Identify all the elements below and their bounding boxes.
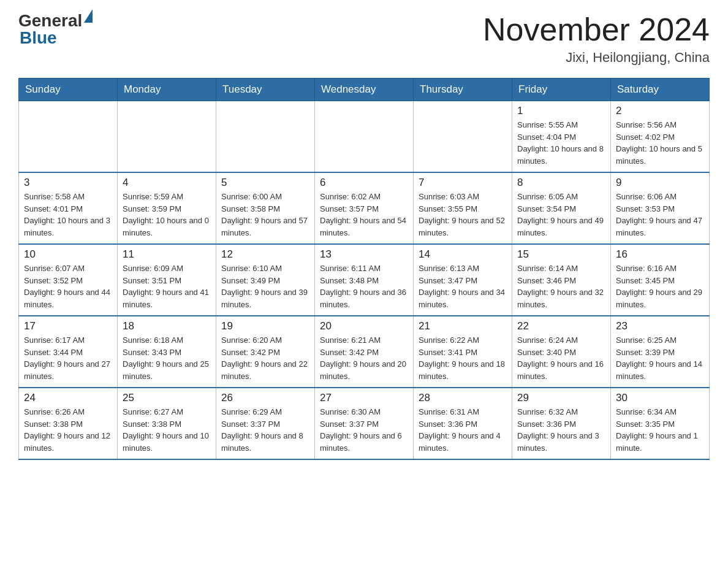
day-number: 28 <box>419 392 507 404</box>
calendar-cell: 23Sunrise: 6:25 AM Sunset: 3:39 PM Dayli… <box>611 316 710 388</box>
calendar-cell: 24Sunrise: 6:26 AM Sunset: 3:38 PM Dayli… <box>19 388 118 459</box>
day-number: 20 <box>320 320 408 332</box>
day-number: 18 <box>123 320 211 332</box>
calendar-cell: 29Sunrise: 6:32 AM Sunset: 3:36 PM Dayli… <box>512 388 611 459</box>
calendar-cell: 7Sunrise: 6:03 AM Sunset: 3:55 PM Daylig… <box>414 172 512 244</box>
day-number: 13 <box>320 248 408 261</box>
calendar-cell: 6Sunrise: 6:02 AM Sunset: 3:57 PM Daylig… <box>315 172 414 244</box>
day-number: 25 <box>123 392 211 404</box>
calendar-cell <box>19 101 118 173</box>
day-info: Sunrise: 6:07 AM Sunset: 3:52 PM Dayligh… <box>24 262 112 310</box>
day-number: 21 <box>419 320 507 332</box>
calendar-cell: 2Sunrise: 5:56 AM Sunset: 4:02 PM Daylig… <box>611 101 710 173</box>
calendar-cell: 17Sunrise: 6:17 AM Sunset: 3:44 PM Dayli… <box>19 316 118 388</box>
day-info: Sunrise: 6:13 AM Sunset: 3:47 PM Dayligh… <box>419 262 507 310</box>
day-number: 9 <box>616 177 704 189</box>
day-header-friday: Friday <box>512 79 611 101</box>
day-info: Sunrise: 5:58 AM Sunset: 4:01 PM Dayligh… <box>24 191 112 239</box>
week-row-3: 10Sunrise: 6:07 AM Sunset: 3:52 PM Dayli… <box>19 244 710 316</box>
calendar-cell: 16Sunrise: 6:16 AM Sunset: 3:45 PM Dayli… <box>611 244 710 316</box>
day-info: Sunrise: 6:21 AM Sunset: 3:42 PM Dayligh… <box>320 334 408 382</box>
day-headers-row: SundayMondayTuesdayWednesdayThursdayFrid… <box>19 79 710 101</box>
day-info: Sunrise: 6:03 AM Sunset: 3:55 PM Dayligh… <box>419 191 507 239</box>
calendar-cell: 25Sunrise: 6:27 AM Sunset: 3:38 PM Dayli… <box>118 388 216 459</box>
calendar-cell: 26Sunrise: 6:29 AM Sunset: 3:37 PM Dayli… <box>216 388 315 459</box>
title-area: November 2024 Jixi, Heilongjiang, China <box>483 12 710 66</box>
month-year-title: November 2024 <box>483 12 710 47</box>
logo: General Blue <box>18 12 93 47</box>
calendar-cell: 5Sunrise: 6:00 AM Sunset: 3:58 PM Daylig… <box>216 172 315 244</box>
calendar-cell: 22Sunrise: 6:24 AM Sunset: 3:40 PM Dayli… <box>512 316 611 388</box>
calendar-cell: 15Sunrise: 6:14 AM Sunset: 3:46 PM Dayli… <box>512 244 611 316</box>
day-number: 30 <box>616 392 704 404</box>
day-number: 26 <box>221 392 309 404</box>
week-row-4: 17Sunrise: 6:17 AM Sunset: 3:44 PM Dayli… <box>19 316 710 388</box>
day-number: 17 <box>24 320 112 332</box>
day-info: Sunrise: 6:05 AM Sunset: 3:54 PM Dayligh… <box>517 191 605 239</box>
calendar-cell <box>216 101 315 173</box>
day-info: Sunrise: 6:11 AM Sunset: 3:48 PM Dayligh… <box>320 262 408 310</box>
day-header-wednesday: Wednesday <box>315 79 414 101</box>
day-info: Sunrise: 6:26 AM Sunset: 3:38 PM Dayligh… <box>24 406 112 454</box>
day-number: 6 <box>320 177 408 189</box>
day-number: 8 <box>517 177 605 189</box>
calendar-cell: 11Sunrise: 6:09 AM Sunset: 3:51 PM Dayli… <box>118 244 216 316</box>
day-info: Sunrise: 6:06 AM Sunset: 3:53 PM Dayligh… <box>616 191 704 239</box>
day-number: 4 <box>123 177 211 189</box>
day-number: 10 <box>24 248 112 261</box>
calendar-cell <box>118 101 216 173</box>
day-info: Sunrise: 6:32 AM Sunset: 3:36 PM Dayligh… <box>517 406 605 454</box>
day-number: 19 <box>221 320 309 332</box>
day-info: Sunrise: 6:00 AM Sunset: 3:58 PM Dayligh… <box>221 191 309 239</box>
calendar-cell: 30Sunrise: 6:34 AM Sunset: 3:35 PM Dayli… <box>611 388 710 459</box>
day-header-thursday: Thursday <box>414 79 512 101</box>
calendar-cell: 13Sunrise: 6:11 AM Sunset: 3:48 PM Dayli… <box>315 244 414 316</box>
logo-general: General <box>18 12 82 29</box>
day-info: Sunrise: 6:09 AM Sunset: 3:51 PM Dayligh… <box>123 262 211 310</box>
day-number: 2 <box>616 105 704 117</box>
day-info: Sunrise: 6:20 AM Sunset: 3:42 PM Dayligh… <box>221 334 309 382</box>
calendar-table: SundayMondayTuesdayWednesdayThursdayFrid… <box>18 78 710 460</box>
calendar-cell: 14Sunrise: 6:13 AM Sunset: 3:47 PM Dayli… <box>414 244 512 316</box>
day-number: 15 <box>517 248 605 261</box>
calendar-cell: 4Sunrise: 5:59 AM Sunset: 3:59 PM Daylig… <box>118 172 216 244</box>
calendar-cell: 8Sunrise: 6:05 AM Sunset: 3:54 PM Daylig… <box>512 172 611 244</box>
day-number: 12 <box>221 248 309 261</box>
day-header-tuesday: Tuesday <box>216 79 315 101</box>
calendar-cell: 3Sunrise: 5:58 AM Sunset: 4:01 PM Daylig… <box>19 172 118 244</box>
calendar-cell: 12Sunrise: 6:10 AM Sunset: 3:49 PM Dayli… <box>216 244 315 316</box>
day-info: Sunrise: 6:29 AM Sunset: 3:37 PM Dayligh… <box>221 406 309 454</box>
calendar-cell: 27Sunrise: 6:30 AM Sunset: 3:37 PM Dayli… <box>315 388 414 459</box>
calendar-cell: 21Sunrise: 6:22 AM Sunset: 3:41 PM Dayli… <box>414 316 512 388</box>
day-info: Sunrise: 5:59 AM Sunset: 3:59 PM Dayligh… <box>123 191 211 239</box>
calendar-cell: 1Sunrise: 5:55 AM Sunset: 4:04 PM Daylig… <box>512 101 611 173</box>
day-info: Sunrise: 6:24 AM Sunset: 3:40 PM Dayligh… <box>517 334 605 382</box>
day-info: Sunrise: 6:18 AM Sunset: 3:43 PM Dayligh… <box>123 334 211 382</box>
day-info: Sunrise: 6:17 AM Sunset: 3:44 PM Dayligh… <box>24 334 112 382</box>
day-header-sunday: Sunday <box>19 79 118 101</box>
week-row-2: 3Sunrise: 5:58 AM Sunset: 4:01 PM Daylig… <box>19 172 710 244</box>
day-header-monday: Monday <box>118 79 216 101</box>
header: General Blue November 2024 Jixi, Heilong… <box>18 12 710 66</box>
day-info: Sunrise: 6:10 AM Sunset: 3:49 PM Dayligh… <box>221 262 309 310</box>
calendar-cell: 28Sunrise: 6:31 AM Sunset: 3:36 PM Dayli… <box>414 388 512 459</box>
day-number: 29 <box>517 392 605 404</box>
day-info: Sunrise: 6:14 AM Sunset: 3:46 PM Dayligh… <box>517 262 605 310</box>
day-number: 24 <box>24 392 112 404</box>
calendar-cell <box>414 101 512 173</box>
day-number: 3 <box>24 177 112 189</box>
day-info: Sunrise: 6:31 AM Sunset: 3:36 PM Dayligh… <box>419 406 507 454</box>
calendar-cell: 18Sunrise: 6:18 AM Sunset: 3:43 PM Dayli… <box>118 316 216 388</box>
day-number: 27 <box>320 392 408 404</box>
calendar-cell: 20Sunrise: 6:21 AM Sunset: 3:42 PM Dayli… <box>315 316 414 388</box>
week-row-5: 24Sunrise: 6:26 AM Sunset: 3:38 PM Dayli… <box>19 388 710 459</box>
day-number: 7 <box>419 177 507 189</box>
logo-blue: Blue <box>20 28 57 47</box>
day-info: Sunrise: 6:30 AM Sunset: 3:37 PM Dayligh… <box>320 406 408 454</box>
day-number: 14 <box>419 248 507 261</box>
calendar-cell: 10Sunrise: 6:07 AM Sunset: 3:52 PM Dayli… <box>19 244 118 316</box>
calendar-cell: 19Sunrise: 6:20 AM Sunset: 3:42 PM Dayli… <box>216 316 315 388</box>
day-info: Sunrise: 6:27 AM Sunset: 3:38 PM Dayligh… <box>123 406 211 454</box>
day-header-saturday: Saturday <box>611 79 710 101</box>
location-subtitle: Jixi, Heilongjiang, China <box>483 50 710 66</box>
